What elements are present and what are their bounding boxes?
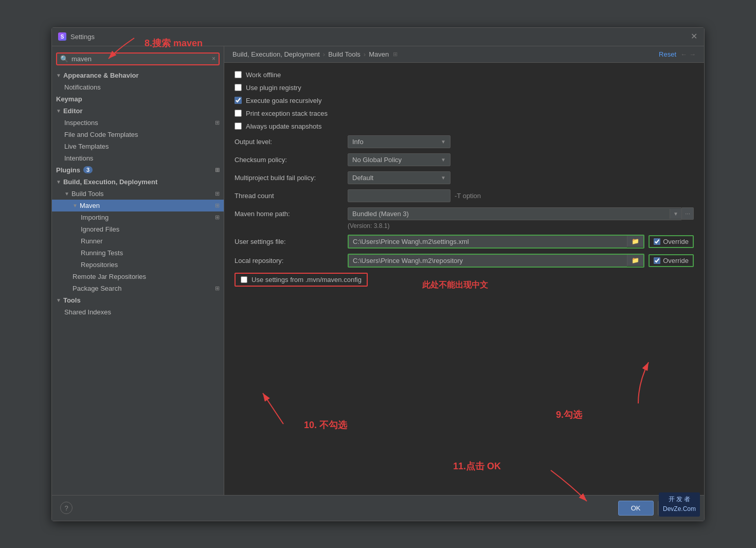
sidebar-item-runner[interactable]: Runner [52, 235, 224, 247]
local-repository-input-wrap: 📁 [348, 254, 644, 268]
checksum-policy-label: Checksum policy: [235, 156, 348, 164]
nav-forward-button[interactable]: → [689, 50, 696, 58]
output-level-value: Info [352, 138, 437, 146]
always-update-row: Always update snapshots [235, 122, 694, 130]
breadcrumb-bar: Build, Execution, Deployment › Build Too… [224, 46, 704, 63]
multiproject-policy-arrow-icon: ▼ [441, 175, 446, 181]
maven-icon: ⊞ [215, 202, 220, 209]
maven-version-note: (Version: 3.8.1) [348, 222, 694, 229]
execute-goals-checkbox[interactable] [235, 97, 242, 104]
sidebar-item-maven[interactable]: ▼ Maven ⊞ [52, 200, 224, 211]
output-level-select[interactable]: Info ▼ [348, 135, 451, 148]
clear-search-button[interactable]: × [212, 55, 215, 62]
maven-home-browse-button[interactable]: ··· [682, 207, 694, 220]
sidebar-item-file-code-templates[interactable]: File and Code Templates [52, 129, 224, 140]
always-update-label: Always update snapshots [246, 122, 321, 130]
footer: ? OK Cancel [52, 495, 704, 521]
sidebar-item-inspections[interactable]: Inspections ⊞ [52, 117, 224, 129]
user-settings-browse-button[interactable]: 📁 [627, 236, 643, 247]
user-settings-file-input[interactable] [349, 236, 627, 248]
sidebar-item-remote-jar-repos[interactable]: Remote Jar Repositories [52, 271, 224, 282]
sidebar-item-plugins[interactable]: Plugins 3 ⊞ [52, 164, 224, 176]
work-offline-checkbox[interactable] [235, 71, 242, 78]
sidebar-item-build-tools[interactable]: ▼ Build Tools ⊞ [52, 188, 224, 200]
use-plugin-registry-checkbox[interactable] [235, 84, 242, 91]
execute-goals-row: Execute goals recursively [235, 97, 694, 104]
use-plugin-registry-label: Use plugin registry [246, 84, 301, 92]
maven-home-row: Maven home path: Bundled (Maven 3) ▼ ··· [235, 207, 694, 220]
search-input[interactable] [71, 55, 212, 63]
settings-dialog: S Settings ✕ 🔍 × ▼ Appearance & Behavior… [51, 27, 705, 521]
maven-home-dropdown-button[interactable]: ▼ [670, 209, 681, 219]
title-bar: S Settings ✕ [52, 28, 704, 46]
breadcrumb-part1: Build, Execution, Deployment [232, 50, 320, 58]
t-option-label: -T option [455, 192, 481, 200]
local-repository-browse-button[interactable]: 📁 [627, 255, 643, 266]
print-exception-checkbox[interactable] [235, 110, 242, 117]
output-level-row: Output level: Info ▼ [235, 135, 694, 148]
thread-count-input[interactable] [348, 189, 451, 202]
multiproject-policy-label: Multiproject build fail policy: [235, 174, 348, 182]
dialog-title: Settings [70, 33, 690, 41]
maven-home-input-wrap: Bundled (Maven 3) ▼ [348, 207, 682, 220]
sidebar-item-running-tests[interactable]: Running Tests [52, 247, 224, 259]
local-repository-override-checkbox[interactable] [654, 257, 660, 264]
ok-button[interactable]: OK [618, 501, 654, 516]
main-panel: Build, Execution, Deployment › Build Too… [224, 46, 704, 495]
use-settings-mvn-checkbox[interactable] [241, 276, 247, 283]
user-settings-override-checkbox[interactable] [654, 238, 660, 245]
breadcrumb-menu-icon[interactable]: ⊞ [393, 51, 398, 58]
sidebar-item-live-templates[interactable]: Live Templates [52, 140, 224, 152]
maven-home-label: Maven home path: [235, 210, 348, 218]
sidebar-item-intentions[interactable]: Intentions [52, 152, 224, 164]
sidebar-item-repositories[interactable]: Repositories [52, 259, 224, 271]
local-repository-override-wrap: Override [649, 254, 694, 267]
checksum-policy-select[interactable]: No Global Policy ▼ [348, 153, 451, 166]
user-settings-override-label: Override [663, 238, 689, 245]
sidebar-item-tools[interactable]: ▼ Tools [52, 294, 224, 306]
sidebar-item-editor[interactable]: ▼ Editor [52, 105, 224, 117]
user-settings-file-label: User settings file: [235, 238, 348, 245]
user-settings-override-wrap: Override [649, 235, 694, 248]
thread-count-label: Thread count [235, 192, 348, 200]
sidebar-item-keymap[interactable]: Keymap [52, 93, 224, 105]
local-repository-input[interactable] [349, 255, 627, 267]
use-settings-mvn-label: Use settings from .mvn/maven.config [251, 276, 362, 284]
sidebar-item-build-exec-deploy[interactable]: ▼ Build, Execution, Deployment [52, 176, 224, 188]
importing-icon: ⊞ [215, 214, 220, 221]
sidebar-item-ignored-files[interactable]: Ignored Files [52, 223, 224, 235]
multiproject-policy-row: Multiproject build fail policy: Default … [235, 171, 694, 184]
plugins-badge: 3 [83, 166, 93, 173]
nav-back-button[interactable]: ← [680, 50, 687, 58]
app-icon: S [58, 32, 66, 41]
print-exception-label: Print exception stack traces [246, 110, 328, 117]
close-button[interactable]: ✕ [690, 32, 698, 41]
sidebar: 🔍 × ▼ Appearance & Behavior Notification… [52, 46, 224, 495]
sidebar-item-importing[interactable]: Importing ⊞ [52, 211, 224, 223]
use-plugin-registry-row: Use plugin registry [235, 84, 694, 92]
breadcrumb-sep1: › [323, 50, 325, 58]
plugins-icon: ⊞ [215, 167, 220, 173]
output-level-arrow-icon: ▼ [441, 139, 446, 145]
use-settings-mvn-wrap: Use settings from .mvn/maven.config [235, 273, 368, 287]
checksum-policy-value: No Global Policy [352, 156, 437, 164]
work-offline-label: Work offline [246, 71, 281, 79]
work-offline-row: Work offline [235, 71, 694, 79]
sidebar-nav: ▼ Appearance & Behavior Notifications Ke… [52, 69, 224, 318]
local-repository-override-label: Override [663, 257, 689, 264]
sidebar-item-package-search[interactable]: Package Search ⊞ [52, 282, 224, 294]
inspections-icon: ⊞ [215, 119, 220, 126]
always-update-checkbox[interactable] [235, 122, 242, 130]
search-box[interactable]: 🔍 × [56, 52, 220, 65]
local-repository-row: Local repository: 📁 Override [235, 254, 694, 268]
multiproject-policy-select[interactable]: Default ▼ [348, 171, 451, 184]
reset-button[interactable]: Reset [659, 50, 676, 58]
sidebar-item-shared-indexes[interactable]: Shared Indexes [52, 306, 224, 318]
build-tools-icon: ⊞ [215, 190, 220, 197]
help-button[interactable]: ? [60, 502, 73, 514]
cancel-button[interactable]: Cancel [658, 501, 696, 516]
user-settings-file-row: User settings file: 📁 Override [235, 235, 694, 249]
sidebar-item-notifications[interactable]: Notifications [52, 81, 224, 93]
breadcrumb-sep2: › [364, 50, 366, 58]
sidebar-item-appearance[interactable]: ▼ Appearance & Behavior [52, 69, 224, 81]
